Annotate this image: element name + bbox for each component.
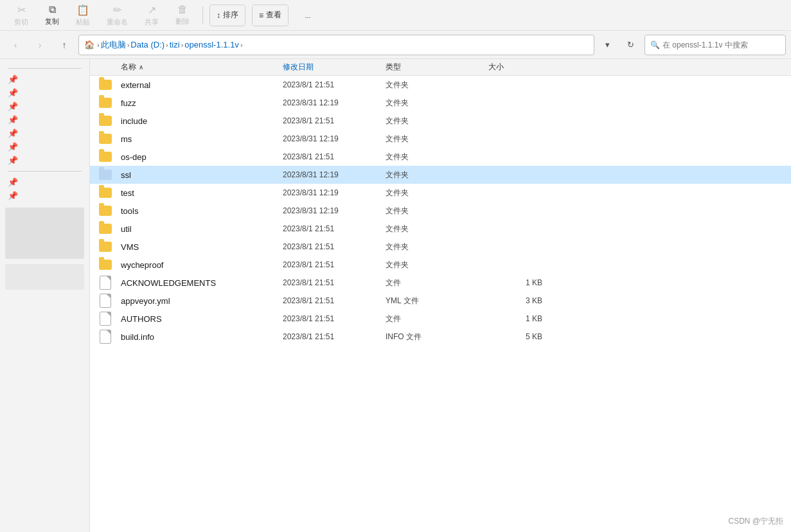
pin-icon-6: 📌 — [8, 142, 18, 152]
sort-group: ↕ 排序 — [209, 4, 245, 26]
paste-button[interactable]: 📋 粘贴 — [69, 1, 96, 30]
view-button[interactable]: ≡ 查看 — [253, 5, 288, 26]
table-row[interactable]: VMS 2023/8/1 21:51 文件夹 — [90, 238, 791, 256]
file-type: 文件夹 — [386, 116, 488, 127]
file-icon-cell — [90, 152, 121, 162]
refresh-button[interactable]: ↻ — [620, 35, 641, 55]
sidebar: 📌 📌 📌 📌 📌 📌 📌 📌 📌 — [0, 59, 90, 532]
file-date: 2023/8/1 21:51 — [283, 278, 386, 287]
folder-icon — [99, 116, 112, 126]
table-row[interactable]: fuzz 2023/8/31 12:19 文件夹 — [90, 94, 791, 112]
up-button[interactable]: ↑ — [54, 35, 75, 55]
table-row[interactable]: external 2023/8/1 21:51 文件夹 — [90, 76, 791, 94]
file-date: 2023/8/1 21:51 — [283, 242, 386, 251]
table-row[interactable]: ACKNOWLEDGEMENTS 2023/8/1 21:51 文件 1 KB — [90, 274, 791, 292]
file-icon-cell — [90, 312, 121, 326]
file-name: ACKNOWLEDGEMENTS — [121, 278, 283, 288]
sort-button[interactable]: ↕ 排序 — [210, 5, 245, 26]
back-button[interactable]: ‹ — [5, 35, 26, 55]
sort-icon: ↕ — [217, 11, 220, 20]
share-icon: ↗ — [148, 4, 156, 16]
table-row[interactable]: include 2023/8/1 21:51 文件夹 — [90, 112, 791, 130]
delete-button[interactable]: 🗑 删除 — [169, 1, 196, 29]
table-row[interactable]: wycheproof 2023/8/1 21:51 文件夹 — [90, 256, 791, 274]
file-type: 文件夹 — [386, 98, 488, 109]
table-row[interactable]: tools 2023/8/31 12:19 文件夹 — [90, 202, 791, 220]
sidebar-pin-3[interactable]: 📌 — [0, 100, 89, 113]
column-type[interactable]: 类型 — [386, 62, 488, 73]
sidebar-pin-9[interactable]: 📌 — [0, 189, 89, 202]
file-size: 1 KB — [488, 314, 553, 323]
sidebar-pin-1[interactable]: 📌 — [0, 73, 89, 86]
file-date: 2023/8/31 12:19 — [283, 134, 386, 143]
table-row[interactable]: ms 2023/8/31 12:19 文件夹 — [90, 130, 791, 148]
file-name: ms — [121, 134, 283, 144]
main-area: 📌 📌 📌 📌 📌 📌 📌 📌 📌 — [0, 59, 791, 532]
path-bar[interactable]: 🏠 › 此电脑 › Data (D:) › tizi › openssl-1.1… — [78, 35, 594, 55]
column-size[interactable]: 大小 — [488, 62, 553, 73]
file-type: 文件夹 — [386, 224, 488, 235]
column-name[interactable]: 名称 ∧ — [90, 62, 283, 73]
share-button[interactable]: ↗ 共享 — [138, 1, 165, 30]
forward-button[interactable]: › — [30, 35, 50, 55]
file-date: 2023/8/31 12:19 — [283, 188, 386, 197]
toolbar-separator — [202, 6, 203, 24]
file-list: 名称 ∧ 修改日期 类型 大小 external 2023/8/1 21:51 … — [90, 59, 791, 532]
file-icon — [100, 312, 111, 326]
view-group: ≡ 查看 — [252, 4, 289, 26]
file-type: 文件 — [386, 278, 488, 288]
file-size: 3 KB — [488, 296, 553, 305]
file-date: 2023/8/1 21:51 — [283, 260, 386, 269]
pin-icon-4: 📌 — [8, 115, 18, 125]
sidebar-pin-2[interactable]: 📌 — [0, 86, 89, 100]
file-name: build.info — [121, 332, 283, 342]
search-bar[interactable]: 🔍 — [644, 35, 786, 55]
file-list-header: 名称 ∧ 修改日期 类型 大小 — [90, 59, 791, 76]
delete-icon: 🗑 — [177, 4, 188, 15]
file-icon-cell — [90, 116, 121, 126]
sort-arrow-name: ∧ — [139, 64, 143, 71]
copy-button[interactable]: ⧉ 复制 — [39, 1, 66, 29]
table-row[interactable]: build.info 2023/8/1 21:51 INFO 文件 5 KB — [90, 328, 791, 346]
file-icon-cell — [90, 170, 121, 180]
pin-icon-1: 📌 — [8, 75, 18, 84]
file-type: YML 文件 — [386, 296, 488, 306]
table-row[interactable]: appveyor.yml 2023/8/1 21:51 YML 文件 3 KB — [90, 292, 791, 310]
file-icon — [100, 276, 111, 290]
file-type: 文件夹 — [386, 170, 488, 181]
path-segment-tizi[interactable]: tizi — [170, 40, 180, 49]
table-row[interactable]: test 2023/8/31 12:19 文件夹 — [90, 184, 791, 202]
file-date: 2023/8/1 21:51 — [283, 80, 386, 89]
table-row[interactable]: os-dep 2023/8/1 21:51 文件夹 — [90, 148, 791, 166]
file-date: 2023/8/1 21:51 — [283, 296, 386, 305]
table-row[interactable]: ssl 2023/8/31 12:19 文件夹 — [90, 166, 791, 184]
sidebar-pin-6[interactable]: 📌 — [0, 140, 89, 154]
sidebar-pin-8[interactable]: 📌 — [0, 175, 89, 189]
file-size: 5 KB — [488, 332, 553, 341]
path-segment-drive[interactable]: Data (D:) — [130, 40, 164, 49]
path-segment-openssl[interactable]: openssl-1.1.1v — [184, 40, 239, 49]
more-button[interactable]: ... — [295, 9, 321, 22]
table-row[interactable]: AUTHORS 2023/8/1 21:51 文件 1 KB — [90, 310, 791, 328]
file-name: test — [121, 188, 283, 198]
file-name: os-dep — [121, 152, 283, 162]
path-dropdown-button[interactable]: ▾ — [598, 36, 616, 54]
table-row[interactable]: util 2023/8/1 21:51 文件夹 — [90, 220, 791, 238]
file-icon-cell — [90, 224, 121, 234]
sidebar-divider-mid — [8, 171, 82, 172]
file-name: tools — [121, 206, 283, 216]
sidebar-pin-7[interactable]: 📌 — [0, 154, 89, 167]
sidebar-pin-4[interactable]: 📌 — [0, 113, 89, 127]
file-name: util — [121, 224, 283, 234]
file-date: 2023/8/1 21:51 — [283, 152, 386, 161]
file-type: 文件夹 — [386, 80, 488, 91]
column-date[interactable]: 修改日期 — [283, 62, 386, 73]
path-segment-computer[interactable]: 此电脑 — [101, 39, 126, 51]
cut-button[interactable]: ✂ 剪切 — [8, 1, 35, 30]
file-icon-cell — [90, 98, 121, 108]
file-name: external — [121, 80, 283, 90]
search-input[interactable] — [662, 40, 780, 49]
rename-button[interactable]: ✏ 重命名 — [100, 1, 134, 30]
sidebar-pin-5[interactable]: 📌 — [0, 127, 89, 140]
file-icon-cell — [90, 80, 121, 90]
